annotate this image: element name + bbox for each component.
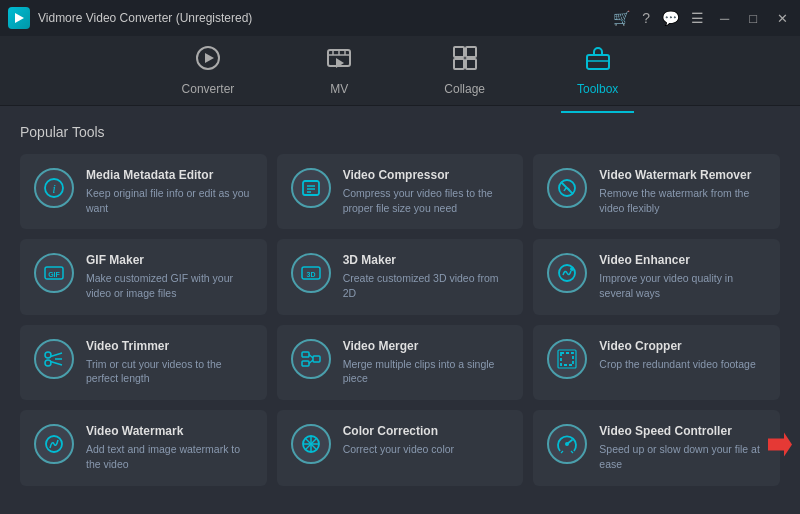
video-merger-info: Video Merger Merge multiple clips into a… xyxy=(343,339,510,386)
gif-maker-info: GIF Maker Make customized GIF with your … xyxy=(86,253,253,300)
video-speed-controller-desc: Speed up or slow down your file at ease xyxy=(599,442,766,471)
title-bar-controls: 🛒 ? 💬 ☰ ─ □ ✕ xyxy=(613,9,792,28)
svg-rect-10 xyxy=(466,47,476,57)
video-enhancer-info: Video Enhancer Improve your video qualit… xyxy=(599,253,766,300)
video-speed-controller-info: Video Speed Controller Speed up or slow … xyxy=(599,424,766,471)
gif-maker-icon-wrap: GIF xyxy=(34,253,74,293)
video-trimmer-name: Video Trimmer xyxy=(86,339,253,353)
color-correction-desc: Correct your video color xyxy=(343,442,510,457)
video-watermark-name: Video Watermark xyxy=(86,424,253,438)
converter-icon xyxy=(195,45,221,77)
cart-icon[interactable]: 🛒 xyxy=(613,10,630,26)
media-metadata-editor-info: Media Metadata Editor Keep original file… xyxy=(86,168,253,215)
tool-gif-maker[interactable]: GIF GIF Maker Make customized GIF with y… xyxy=(20,239,267,314)
tool-video-compressor[interactable]: Video Compressor Compress your video fil… xyxy=(277,154,524,229)
svg-marker-47 xyxy=(768,432,792,456)
minimize-button[interactable]: ─ xyxy=(716,9,733,28)
tool-video-merger[interactable]: Video Merger Merge multiple clips into a… xyxy=(277,325,524,400)
close-button[interactable]: ✕ xyxy=(773,9,792,28)
video-watermark-remover-name: Video Watermark Remover xyxy=(599,168,766,182)
maximize-button[interactable]: □ xyxy=(745,9,761,28)
svg-line-50 xyxy=(561,451,563,453)
tab-mv-label: MV xyxy=(330,82,348,96)
svg-text:3D: 3D xyxy=(306,271,315,278)
tool-3d-maker[interactable]: 3D 3D Maker Create customized 3D video f… xyxy=(277,239,524,314)
app-title: Vidmore Video Converter (Unregistered) xyxy=(38,11,252,25)
video-trimmer-desc: Trim or cut your videos to the perfect l… xyxy=(86,357,253,386)
color-correction-name: Color Correction xyxy=(343,424,510,438)
tool-video-trimmer[interactable]: Video Trimmer Trim or cut your videos to… xyxy=(20,325,267,400)
3d-maker-info: 3D Maker Create customized 3D video from… xyxy=(343,253,510,300)
svg-marker-2 xyxy=(205,53,214,63)
svg-text:i: i xyxy=(52,181,56,196)
video-enhancer-icon-wrap xyxy=(547,253,587,293)
svg-point-29 xyxy=(45,352,51,358)
video-watermark-remover-desc: Remove the watermark from the video flex… xyxy=(599,186,766,215)
tool-color-correction[interactable]: Color Correction Correct your video colo… xyxy=(277,410,524,485)
video-cropper-name: Video Cropper xyxy=(599,339,766,353)
svg-rect-35 xyxy=(302,361,309,366)
svg-rect-11 xyxy=(454,59,464,69)
video-cropper-desc: Crop the redundant video footage xyxy=(599,357,766,372)
tool-media-metadata-editor[interactable]: i Media Metadata Editor Keep original fi… xyxy=(20,154,267,229)
tab-collage[interactable]: Collage xyxy=(428,37,501,104)
tab-toolbox-label: Toolbox xyxy=(577,82,618,96)
svg-rect-39 xyxy=(561,353,573,365)
tool-video-speed-controller[interactable]: Video Speed Controller Speed up or slow … xyxy=(533,410,780,485)
video-watermark-remover-info: Video Watermark Remover Remove the water… xyxy=(599,168,766,215)
tools-grid: i Media Metadata Editor Keep original fi… xyxy=(20,154,780,486)
question-icon[interactable]: ? xyxy=(642,10,650,26)
menu-icon[interactable]: ☰ xyxy=(691,10,704,26)
video-merger-name: Video Merger xyxy=(343,339,510,353)
video-trimmer-icon-wrap xyxy=(34,339,74,379)
tab-toolbox[interactable]: Toolbox xyxy=(561,37,634,104)
arrow-indicator xyxy=(764,428,796,467)
media-metadata-editor-icon-wrap: i xyxy=(34,168,74,208)
svg-line-31 xyxy=(51,353,63,357)
video-merger-icon-wrap xyxy=(291,339,331,379)
svg-point-28 xyxy=(570,267,574,271)
gif-maker-desc: Make customized GIF with your video or i… xyxy=(86,271,253,300)
toolbox-icon xyxy=(585,45,611,77)
svg-rect-12 xyxy=(466,59,476,69)
tool-video-enhancer[interactable]: Video Enhancer Improve your video qualit… xyxy=(533,239,780,314)
mv-icon xyxy=(326,45,352,77)
video-compressor-desc: Compress your video files to the proper … xyxy=(343,186,510,215)
video-enhancer-name: Video Enhancer xyxy=(599,253,766,267)
app-logo xyxy=(8,7,30,29)
video-watermark-info: Video Watermark Add text and image water… xyxy=(86,424,253,471)
gif-maker-name: GIF Maker xyxy=(86,253,253,267)
svg-rect-17 xyxy=(303,181,319,195)
video-merger-desc: Merge multiple clips into a single piece xyxy=(343,357,510,386)
media-metadata-editor-name: Media Metadata Editor xyxy=(86,168,253,182)
tab-mv[interactable]: MV xyxy=(310,37,368,104)
svg-rect-34 xyxy=(302,352,309,357)
3d-maker-icon-wrap: 3D xyxy=(291,253,331,293)
video-speed-controller-icon-wrap xyxy=(547,424,587,464)
feedback-icon[interactable]: 💬 xyxy=(662,10,679,26)
svg-rect-9 xyxy=(454,47,464,57)
video-watermark-remover-icon-wrap xyxy=(547,168,587,208)
svg-point-49 xyxy=(565,442,569,446)
svg-line-51 xyxy=(571,451,573,453)
media-metadata-editor-desc: Keep original file info or edit as you w… xyxy=(86,186,253,215)
video-trimmer-info: Video Trimmer Trim or cut your videos to… xyxy=(86,339,253,386)
tool-video-cropper[interactable]: Video Cropper Crop the redundant video f… xyxy=(533,325,780,400)
tab-converter-label: Converter xyxy=(182,82,235,96)
collage-icon xyxy=(452,45,478,77)
video-watermark-desc: Add text and image watermark to the vide… xyxy=(86,442,253,471)
nav-tabs: Converter MV Collage xyxy=(0,36,800,106)
tool-video-watermark[interactable]: Video Watermark Add text and image water… xyxy=(20,410,267,485)
title-bar-left: Vidmore Video Converter (Unregistered) xyxy=(8,7,252,29)
svg-rect-13 xyxy=(587,55,609,69)
video-watermark-icon-wrap xyxy=(34,424,74,464)
tool-video-watermark-remover[interactable]: Video Watermark Remover Remove the water… xyxy=(533,154,780,229)
video-cropper-icon-wrap xyxy=(547,339,587,379)
main-content: Popular Tools i Media Metadata Editor Ke… xyxy=(0,106,800,514)
video-enhancer-desc: Improve your video quality in several wa… xyxy=(599,271,766,300)
svg-text:GIF: GIF xyxy=(48,271,60,278)
tab-converter[interactable]: Converter xyxy=(166,37,251,104)
svg-line-32 xyxy=(51,361,63,365)
color-correction-icon-wrap xyxy=(291,424,331,464)
video-speed-controller-name: Video Speed Controller xyxy=(599,424,766,438)
